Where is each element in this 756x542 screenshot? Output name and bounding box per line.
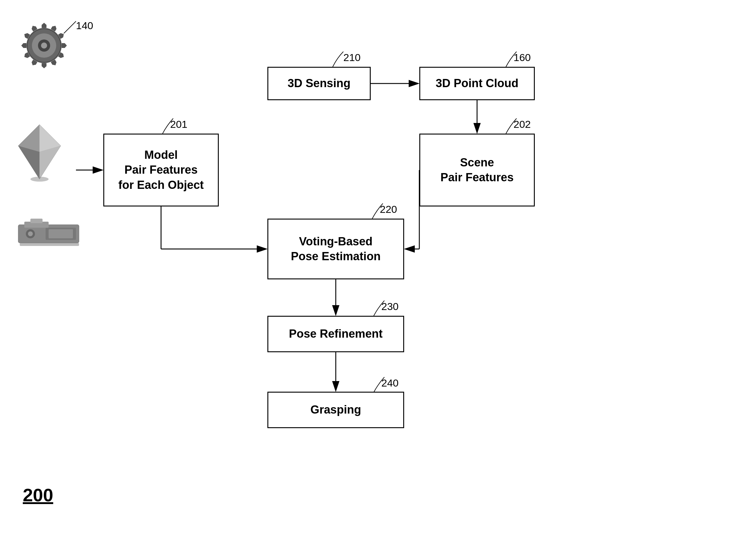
box-3d-sensing: 3D Sensing <box>267 67 371 100</box>
diamond-object <box>15 122 64 182</box>
ref-201: 201 <box>170 118 187 130</box>
box-model-pair-features-label: Model Pair Features for Each Object <box>119 148 204 193</box>
box-grasping: Grasping <box>267 392 404 428</box>
box-3d-point-cloud: 3D Point Cloud <box>419 67 535 100</box>
box-pose-refinement-label: Pose Refinement <box>289 326 383 341</box>
svg-rect-27 <box>49 229 73 239</box>
ref-220: 220 <box>380 204 397 215</box>
svg-point-25 <box>28 232 33 236</box>
svg-point-20 <box>30 177 49 182</box>
box-3d-point-cloud-label: 3D Point Cloud <box>436 76 518 91</box>
ref-160: 160 <box>514 52 531 64</box>
box-scene-pair-features: Scene Pair Features <box>419 134 535 207</box>
box-3d-sensing-label: 3D Sensing <box>288 76 351 91</box>
svg-rect-28 <box>20 243 79 246</box>
box-grasping-label: Grasping <box>311 402 361 417</box>
label-140: 210 140 <box>76 20 93 32</box>
ref-240: 240 <box>381 377 399 389</box>
box-pose-refinement: Pose Refinement <box>267 316 404 352</box>
gear-object <box>17 18 71 73</box>
svg-rect-23 <box>30 219 43 223</box>
svg-point-14 <box>41 43 47 49</box>
figure-number: 200 <box>23 485 53 505</box>
box-model-pair-features: Model Pair Features for Each Object <box>103 134 219 207</box>
box-voting-pose-label: Voting-Based Pose Estimation <box>291 234 381 264</box>
figure-label-200: 200 <box>23 485 53 506</box>
ref-230: 230 <box>381 300 399 312</box>
ref-202: 202 <box>514 118 531 130</box>
diagram-container: 210 140 <box>0 0 756 542</box>
box-scene-pair-features-label: Scene Pair Features <box>441 155 514 185</box>
box-voting-pose: Voting-Based Pose Estimation <box>267 219 404 279</box>
ref-210: 210 <box>343 52 361 64</box>
part-object <box>15 213 82 252</box>
